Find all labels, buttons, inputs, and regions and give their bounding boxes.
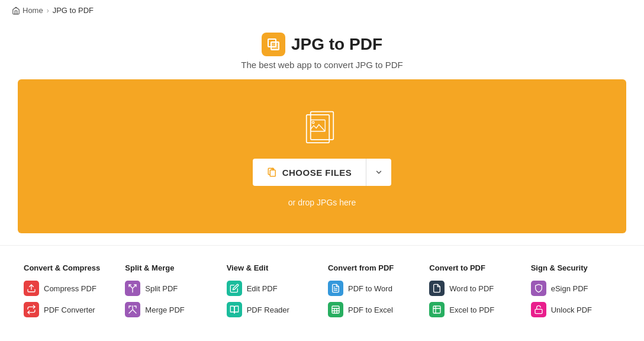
pdf-to-excel-icon: [328, 302, 343, 317]
link-pdf-to-word-text: PDF to Word: [348, 284, 392, 293]
category-split-merge: Split & Merge Split PDF Merge PDF: [119, 263, 220, 323]
footer-links: Convert & Compress Compress PDF PDF Conv…: [0, 245, 644, 335]
breadcrumb-home-label: Home: [22, 6, 43, 15]
svg-rect-17: [433, 306, 440, 313]
link-word-to-pdf-text: Word to PDF: [449, 284, 494, 293]
svg-rect-20: [535, 309, 542, 313]
choose-files-label: CHOOSE FILES: [282, 168, 352, 178]
category-sign-security-title: Sign & Security: [531, 263, 620, 272]
link-word-to-pdf[interactable]: Word to PDF: [429, 281, 519, 296]
svg-point-5: [312, 121, 314, 124]
link-compress-pdf[interactable]: Compress PDF: [24, 281, 113, 296]
link-merge-pdf-text: Merge PDF: [145, 305, 184, 314]
link-pdf-reader-text: PDF Reader: [247, 305, 289, 314]
choose-files-dropdown-button[interactable]: [366, 159, 391, 186]
category-split-merge-title: Split & Merge: [125, 263, 214, 272]
link-compress-pdf-text: Compress PDF: [44, 284, 96, 293]
link-esign-pdf[interactable]: eSign PDF: [531, 281, 620, 296]
link-pdf-reader[interactable]: PDF Reader: [227, 302, 316, 317]
page-subtitle: The best web app to convert JPG to PDF: [0, 60, 644, 70]
link-edit-pdf-text: Edit PDF: [247, 284, 278, 293]
breadcrumb-current: JPG to PDF: [53, 6, 94, 15]
breadcrumb-home-link[interactable]: Home: [12, 6, 43, 15]
category-convert-to-pdf-title: Convert to PDF: [429, 263, 519, 272]
page-header: JPG to PDF The best web app to convert J…: [0, 21, 644, 79]
excel-to-pdf-icon: [429, 302, 445, 317]
pdf-to-word-icon: [328, 281, 343, 296]
link-excel-to-pdf[interactable]: Excel to PDF: [429, 302, 519, 317]
drop-zone: CHOOSE FILES or drop JPGs here: [18, 79, 626, 233]
category-convert-from-pdf-title: Convert from PDF: [328, 263, 417, 272]
drop-hint: or drop JPGs here: [288, 198, 356, 207]
link-merge-pdf[interactable]: Merge PDF: [125, 302, 214, 317]
svg-rect-7: [270, 170, 275, 176]
drop-zone-image-icon: [301, 105, 343, 147]
link-split-pdf[interactable]: Split PDF: [125, 281, 214, 296]
link-pdf-to-excel-text: PDF to Excel: [348, 305, 393, 314]
link-excel-to-pdf-text: Excel to PDF: [449, 305, 494, 314]
word-to-pdf-icon: [429, 281, 445, 296]
link-unlock-pdf-text: Unlock PDF: [551, 305, 592, 314]
edit-pdf-icon: [227, 281, 242, 296]
jpg-to-pdf-icon: [266, 37, 281, 52]
link-split-pdf-text: Split PDF: [145, 284, 178, 293]
category-view-edit-title: View & Edit: [227, 263, 316, 272]
unlock-pdf-icon: [531, 302, 546, 317]
split-pdf-icon: [125, 281, 140, 296]
breadcrumb: Home › JPG to PDF: [0, 0, 644, 21]
esign-pdf-icon: [531, 281, 546, 296]
category-convert-to-pdf: Convert to PDF Word to PDF Excel to PDF: [423, 263, 524, 323]
svg-rect-1: [271, 42, 279, 50]
link-pdf-converter-text: PDF Converter: [44, 305, 95, 314]
link-edit-pdf[interactable]: Edit PDF: [227, 281, 316, 296]
pdf-converter-icon: [24, 302, 39, 317]
choose-files-row: CHOOSE FILES: [253, 159, 392, 186]
category-convert-compress: Convert & Compress Compress PDF PDF Conv…: [18, 263, 119, 323]
svg-rect-12: [332, 306, 339, 313]
page-title-wrapper: JPG to PDF: [0, 33, 644, 56]
link-unlock-pdf[interactable]: Unlock PDF: [531, 302, 620, 317]
page-title: JPG to PDF: [291, 35, 382, 54]
compress-pdf-icon: [24, 281, 39, 296]
category-sign-security: Sign & Security eSign PDF Unlock PDF: [525, 263, 626, 323]
choose-files-button[interactable]: CHOOSE FILES: [253, 159, 366, 186]
chevron-down-icon: [375, 168, 383, 176]
link-pdf-converter[interactable]: PDF Converter: [24, 302, 113, 317]
breadcrumb-separator: ›: [47, 7, 49, 15]
svg-rect-3: [307, 115, 330, 143]
footer-categories: Convert & Compress Compress PDF PDF Conv…: [18, 263, 626, 323]
link-pdf-to-word[interactable]: PDF to Word: [328, 281, 417, 296]
category-convert-compress-title: Convert & Compress: [24, 263, 113, 272]
link-pdf-to-excel[interactable]: PDF to Excel: [328, 302, 417, 317]
category-view-edit: View & Edit Edit PDF PDF Reader: [221, 263, 322, 323]
home-icon: [12, 7, 20, 15]
file-upload-icon: [267, 167, 278, 178]
pdf-reader-icon: [227, 302, 242, 317]
page-title-icon: [262, 33, 285, 56]
category-convert-from-pdf: Convert from PDF PDF to Word PDF to Exce…: [322, 263, 423, 323]
link-esign-pdf-text: eSign PDF: [551, 284, 588, 293]
merge-pdf-icon: [125, 302, 140, 317]
